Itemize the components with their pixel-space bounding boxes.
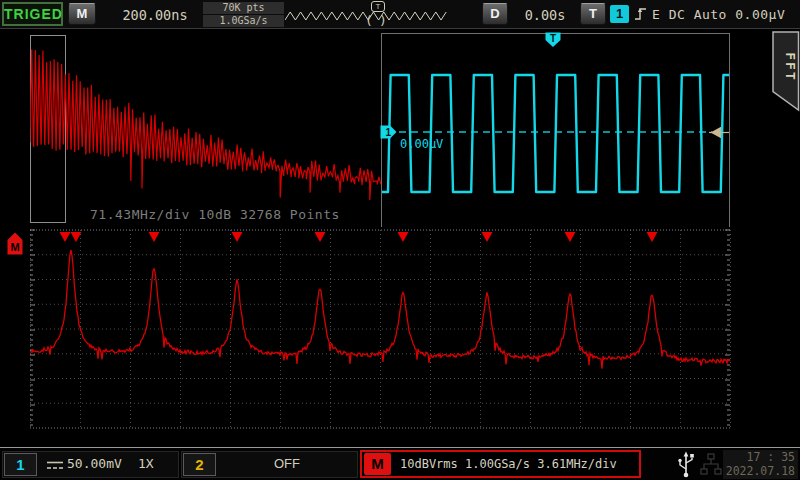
fft-mode-tab[interactable]: FFT (772, 31, 800, 115)
trigger-source-badge: 1 (610, 5, 629, 23)
fft-overview-trace (30, 30, 381, 228)
clock-box: 17 : 35 2022.07.18 (723, 450, 798, 479)
trigger-level-arrow[interactable] (709, 125, 730, 140)
trigger-position-marker[interactable]: T (545, 32, 561, 48)
top-status-bar: TRIGED M 200.00ns 70K pts 1.0GSa/s () T … (0, 0, 800, 29)
channel1-waveform (382, 34, 729, 226)
channel2-badge[interactable]: 2 (183, 453, 216, 476)
fft-tab-label: FFT (783, 52, 798, 81)
trigger-marker-label: T (550, 33, 556, 44)
trigger-status-badge: TRIGED (2, 2, 63, 26)
timebase-readout: 200.00ns (105, 7, 205, 23)
channel1-reference-marker[interactable]: 1 (380, 125, 398, 140)
bottom-status-bar: 1 50.00mV 1X 2 OFF M 10dBVrms 1.00GSa/s … (0, 447, 800, 480)
dc-coupling-icon (46, 460, 64, 471)
math-channel-marker[interactable]: M (7, 232, 23, 255)
fft-scale-readout: 71.43MHz/div 10dB 32768 Points (90, 207, 340, 222)
usb-icon (676, 450, 696, 479)
fft-main-plot (30, 228, 731, 431)
channel1-level-label: 0.00µV (400, 137, 443, 151)
preview-bracket-open: ( (365, 13, 373, 28)
waveform-preview-strip[interactable]: () (285, 0, 447, 29)
channel1-scale-readout: 50.00mV (67, 456, 122, 471)
memory-depth-label: 70K pts (203, 2, 284, 14)
sample-rate-label: 1.0GSa/s (203, 15, 284, 27)
horizontal-offset-readout: 0.00s (512, 7, 578, 23)
preview-trigger-position-marker[interactable]: T (371, 1, 385, 12)
channel1-badge[interactable]: 1 (4, 453, 37, 476)
time-readout: 17 : 35 (723, 450, 795, 464)
trigger-settings-readout: E DC Auto 0.00µV (652, 7, 785, 22)
oscilloscope-screen: TRIGED M 200.00ns 70K pts 1.0GSa/s () T … (0, 0, 800, 480)
date-readout: 2022.07.18 (723, 464, 795, 478)
math-badge[interactable]: M (364, 453, 391, 475)
math-marker-label: M (10, 241, 19, 253)
horizontal-menu-button[interactable]: M (68, 3, 96, 25)
lan-icon (700, 453, 722, 477)
preview-bracket-close: ) (379, 13, 387, 28)
delay-menu-button[interactable]: D (482, 3, 508, 25)
channel1-marker-label: 1 (386, 127, 392, 138)
trigger-menu-button[interactable]: T (580, 3, 606, 25)
acquisition-info-box: 70K pts 1.0GSa/s (203, 2, 284, 27)
channel1-probe-readout: 1X (138, 456, 154, 471)
channel2-status-readout: OFF (222, 456, 352, 471)
math-settings-readout: 10dBVrms 1.00GSa/s 3.61MHz/div (400, 457, 617, 471)
rising-edge-icon (634, 6, 648, 22)
